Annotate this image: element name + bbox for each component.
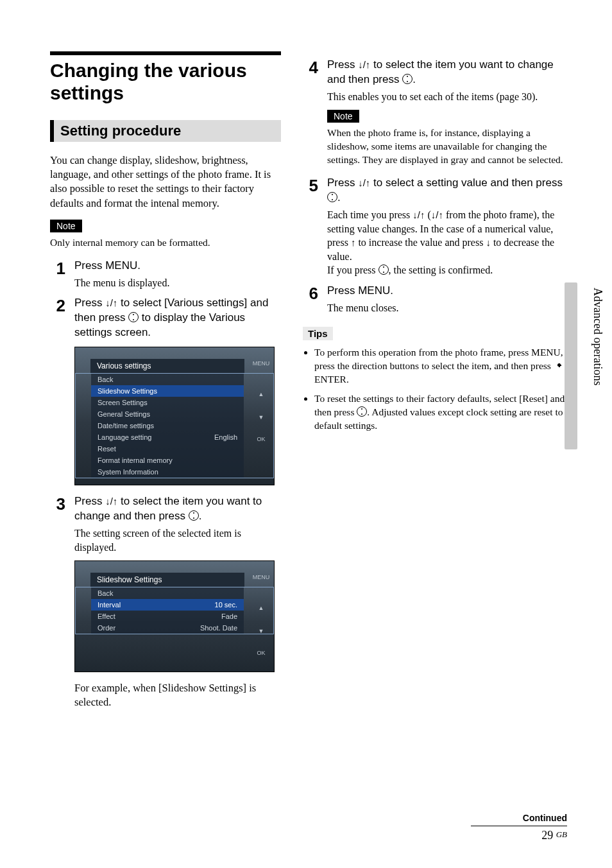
ss1-item: Date/time settings bbox=[91, 420, 244, 431]
note-text-left: Only internal memory can be formatted. bbox=[50, 236, 281, 250]
step-lead: Press ↓/↑ to select the item you want to… bbox=[74, 494, 281, 524]
step-4: 4 Press ↓/↑ to select the item you want … bbox=[303, 58, 567, 103]
ss2-title: Slideshow Settings bbox=[90, 573, 244, 587]
down-up-arrows-icon: ↓/↑ bbox=[105, 297, 117, 308]
down-up-arrows-icon: ↓/↑ bbox=[412, 209, 425, 220]
up-triangle-icon: ▲ bbox=[252, 391, 270, 397]
enter-icon bbox=[402, 74, 412, 84]
enter-plus-icon bbox=[554, 360, 565, 370]
step-number: 1 bbox=[50, 259, 65, 290]
step-1: 1 Press MENU. The menu is displayed. bbox=[50, 259, 281, 290]
page-number-value: 29 bbox=[541, 829, 553, 842]
step-lead: Press ↓/↑ to select the item you want to… bbox=[327, 58, 567, 87]
down-up-arrows-icon: ↓/↑ bbox=[105, 496, 117, 507]
step-lead: Press ↓/↑ to select [Various settings] a… bbox=[74, 296, 281, 340]
ss-side-menu: MENU bbox=[252, 360, 270, 367]
enter-icon bbox=[327, 192, 337, 202]
ss2-row: Back bbox=[91, 587, 244, 599]
ss2-value: Fade bbox=[221, 612, 237, 620]
slideshow-settings-screenshot: Slideshow Settings Back Interval10 sec. … bbox=[74, 560, 275, 672]
ss1-item: Reset bbox=[91, 443, 244, 455]
tips-list: To perform this operation from the photo… bbox=[303, 345, 567, 433]
ss2-row: Interval10 sec. bbox=[91, 599, 244, 611]
down-arrow-icon: ↓ bbox=[486, 237, 491, 248]
tips-label: Tips bbox=[303, 327, 333, 340]
ss1-item-label: Language setting bbox=[98, 433, 151, 441]
page-title: Changing the various settings bbox=[50, 59, 281, 105]
ss-side-ok: OK bbox=[252, 436, 270, 442]
enter-icon bbox=[128, 312, 139, 322]
step-5: 5 Press ↓/↑ to select a setting value an… bbox=[303, 176, 567, 277]
tip-item: To perform this operation from the photo… bbox=[314, 345, 567, 386]
step-desc: This enables you to set each of the item… bbox=[327, 90, 567, 104]
section-tab-label: Advanced operations bbox=[591, 288, 604, 385]
note-label-left: Note bbox=[50, 220, 82, 232]
various-settings-screenshot: Various settings Back Slideshow Settings… bbox=[74, 347, 275, 485]
enter-icon bbox=[357, 406, 367, 417]
down-triangle-icon: ▼ bbox=[252, 628, 270, 634]
step-desc: The menu is displayed. bbox=[74, 276, 281, 290]
ss2-value: Shoot. Date bbox=[200, 624, 237, 632]
note-label-right: Note bbox=[327, 110, 359, 123]
up-triangle-icon: ▲ bbox=[252, 605, 270, 611]
continued-label: Continued bbox=[471, 813, 567, 823]
ss2-value: 10 sec. bbox=[215, 601, 237, 609]
intro-paragraph: You can change display, slideshow, brigh… bbox=[50, 153, 281, 211]
step-2: 2 Press ↓/↑ to select [Various settings]… bbox=[50, 296, 281, 340]
ss1-item: Language settingEnglish bbox=[91, 431, 244, 443]
ss2-label: Order bbox=[98, 624, 115, 632]
ss2-row: EffectFade bbox=[91, 611, 244, 622]
step-lead: Press MENU. bbox=[74, 259, 281, 273]
step-number: 3 bbox=[50, 494, 65, 554]
up-arrow-icon: ↑ bbox=[351, 237, 356, 248]
step-3: 3 Press ↓/↑ to select the item you want … bbox=[50, 494, 281, 554]
note-text-right: When the photo frame is, for instance, d… bbox=[327, 126, 567, 167]
ss1-item: Format internal memory bbox=[91, 455, 244, 466]
step-number: 4 bbox=[303, 58, 318, 103]
step-desc: Each time you press ↓/↑ (↓/↑ from the ph… bbox=[327, 208, 567, 277]
ss1-item: General Settings bbox=[91, 408, 244, 420]
step-number: 5 bbox=[303, 176, 318, 277]
down-up-arrows-icon: ↓/↑ bbox=[431, 209, 443, 220]
ss2-label: Effect bbox=[98, 612, 115, 620]
ss-side-menu: MENU bbox=[252, 574, 270, 580]
title-block: Changing the various settings bbox=[50, 51, 281, 105]
step-desc: The menu closes. bbox=[327, 301, 567, 315]
section-tab bbox=[565, 282, 577, 449]
down-up-arrows-icon: ↓/↑ bbox=[358, 177, 370, 188]
step-number: 6 bbox=[303, 284, 318, 315]
ss-side-ok: OK bbox=[252, 650, 270, 656]
page-region: GB bbox=[556, 829, 567, 839]
step-number: 2 bbox=[50, 296, 65, 340]
section-heading: Setting procedure bbox=[50, 120, 281, 142]
down-triangle-icon: ▼ bbox=[252, 414, 270, 421]
ss2-label: Interval bbox=[98, 601, 121, 609]
ss1-item: Back bbox=[91, 374, 244, 385]
ss1-item: System Information bbox=[91, 466, 244, 478]
ss1-title: Various settings bbox=[90, 359, 244, 373]
ss2-row: OrderShoot. Date bbox=[91, 622, 244, 634]
enter-icon bbox=[189, 510, 199, 521]
enter-icon bbox=[378, 265, 389, 275]
step-lead: Press ↓/↑ to select a setting value and … bbox=[327, 176, 567, 205]
step-6: 6 Press MENU. The menu closes. bbox=[303, 284, 567, 315]
step3-caption: For example, when [Slideshow Settings] i… bbox=[74, 681, 281, 710]
step-lead: Press MENU. bbox=[327, 284, 567, 299]
page-number: 29 GB bbox=[471, 829, 567, 842]
tip-item: To reset the settings to their factory d… bbox=[314, 392, 567, 433]
page-footer: Continued 29 GB bbox=[471, 813, 567, 842]
ss1-item-value: English bbox=[214, 433, 237, 441]
down-up-arrows-icon: ↓/↑ bbox=[358, 59, 370, 70]
step-desc: The setting screen of the selected item … bbox=[74, 526, 281, 554]
ss1-item: Screen Settings bbox=[91, 397, 244, 408]
footer-rule bbox=[471, 826, 567, 826]
ss1-item-selected: Slideshow Settings bbox=[91, 385, 244, 397]
